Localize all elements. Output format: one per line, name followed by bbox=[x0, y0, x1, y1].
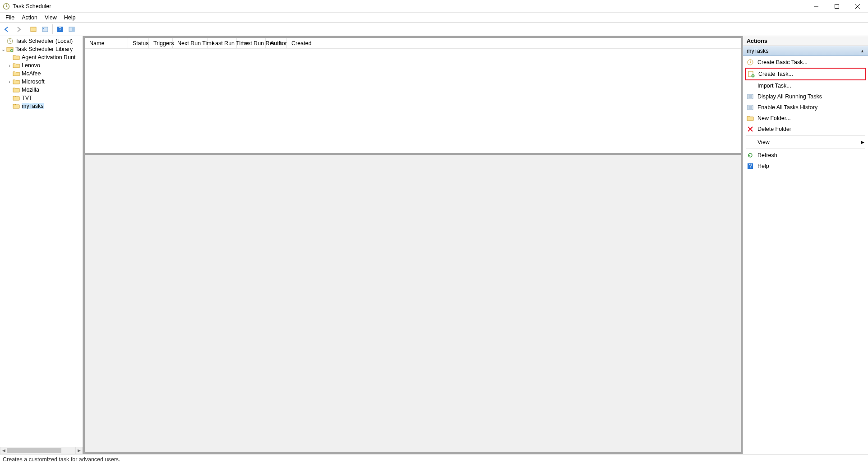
toolbar: ? bbox=[0, 23, 868, 36]
svg-rect-1 bbox=[835, 4, 839, 8]
tree-item-mozilla[interactable]: Mozilla bbox=[0, 86, 83, 94]
list-icon bbox=[747, 93, 754, 100]
folder-icon bbox=[13, 102, 20, 110]
window-title: Task Scheduler bbox=[13, 3, 51, 9]
action-label: Delete Folder bbox=[757, 126, 791, 132]
list-icon bbox=[747, 104, 754, 111]
svg-point-4 bbox=[43, 28, 44, 29]
chevron-right-icon[interactable]: › bbox=[6, 79, 13, 84]
task-scheduler-icon bbox=[3, 3, 10, 10]
chevron-down-icon[interactable]: ⌄ bbox=[0, 46, 6, 52]
task-list-panel: NameStatusTriggersNext Run TimeLast Run … bbox=[85, 38, 741, 153]
action-enable-history[interactable]: Enable All Tasks History bbox=[745, 102, 866, 113]
svg-rect-2 bbox=[31, 27, 36, 32]
folder-icon bbox=[13, 62, 20, 69]
blank-icon bbox=[747, 139, 754, 146]
column-status[interactable]: Status bbox=[128, 38, 149, 48]
column-created[interactable]: Created bbox=[287, 38, 436, 48]
status-bar: Creates a customized task for advanced u… bbox=[0, 454, 868, 464]
menu-action[interactable]: Action bbox=[18, 14, 41, 22]
tree-library[interactable]: ⌄ Task Scheduler Library bbox=[0, 45, 83, 53]
maximize-button[interactable] bbox=[826, 0, 847, 13]
column-name[interactable]: Name bbox=[85, 38, 128, 48]
svg-text:?: ? bbox=[59, 26, 62, 32]
close-button[interactable] bbox=[847, 0, 868, 13]
menu-view[interactable]: View bbox=[41, 14, 60, 22]
tree-root[interactable]: Task Scheduler (Local) bbox=[0, 37, 83, 45]
column-next-run-time[interactable]: Next Run Time bbox=[173, 38, 208, 48]
actions-context-header[interactable]: myTasks ▲ bbox=[743, 46, 868, 56]
task-detail-panel bbox=[85, 155, 741, 452]
actions-pane: Actions myTasks ▲ Create Basic Task...Cr… bbox=[743, 36, 868, 454]
collapse-up-icon[interactable]: ▲ bbox=[860, 49, 864, 53]
clock-icon bbox=[6, 37, 14, 45]
tb-run[interactable] bbox=[40, 24, 51, 35]
column-triggers[interactable]: Triggers bbox=[149, 38, 173, 48]
submenu-arrow-icon: ▶ bbox=[861, 140, 864, 144]
folder-icon bbox=[13, 70, 20, 77]
tree-item-tvt[interactable]: TVT bbox=[0, 94, 83, 102]
action-refresh[interactable]: Refresh bbox=[745, 150, 866, 161]
folder-icon bbox=[747, 115, 754, 122]
action-view[interactable]: View▶ bbox=[745, 137, 866, 148]
tree-item-mcafee[interactable]: McAfee bbox=[0, 70, 83, 78]
tree-pane: Task Scheduler (Local) ⌄ Task Scheduler … bbox=[0, 36, 83, 454]
action-label: Refresh bbox=[757, 152, 777, 158]
tree-item-label: McAfee bbox=[22, 70, 41, 77]
library-icon bbox=[6, 46, 14, 53]
tree-item-label: TVT bbox=[22, 95, 32, 101]
tree-item-lenovo[interactable]: ›Lenovo bbox=[0, 61, 83, 70]
action-label: Help bbox=[757, 163, 769, 169]
back-button[interactable] bbox=[1, 24, 12, 35]
scroll-left-arrow[interactable]: ◀ bbox=[0, 447, 7, 454]
tb-properties[interactable] bbox=[28, 24, 39, 35]
folder-icon bbox=[13, 54, 20, 61]
tb-help[interactable]: ? bbox=[55, 24, 65, 35]
tree-item-label: Mozilla bbox=[22, 87, 39, 93]
folder-icon bbox=[13, 78, 20, 85]
tree-item-microsoft[interactable]: ›Microsoft bbox=[0, 78, 83, 86]
separator bbox=[746, 135, 865, 136]
action-label: Display All Running Tasks bbox=[757, 93, 822, 100]
action-create-basic[interactable]: Create Basic Task... bbox=[745, 57, 866, 68]
column-author[interactable]: Author bbox=[266, 38, 287, 48]
clock-icon bbox=[747, 59, 754, 66]
menu-help[interactable]: Help bbox=[60, 14, 79, 22]
action-new-folder[interactable]: New Folder... bbox=[745, 113, 866, 124]
action-label: New Folder... bbox=[757, 115, 791, 121]
menubar: File Action View Help bbox=[0, 13, 868, 23]
tree-item-label: myTasks bbox=[22, 103, 44, 109]
action-label: Create Task... bbox=[758, 71, 793, 77]
action-delete-folder[interactable]: Delete Folder bbox=[745, 124, 866, 135]
delete-icon bbox=[747, 125, 754, 133]
action-create-task[interactable]: Create Task... bbox=[745, 68, 866, 80]
tree-item-mytasks[interactable]: myTasks bbox=[0, 102, 83, 110]
action-import-task[interactable]: Import Task... bbox=[745, 80, 866, 91]
menu-file[interactable]: File bbox=[2, 14, 18, 22]
scroll-right-arrow[interactable]: ▶ bbox=[75, 447, 83, 454]
chevron-right-icon[interactable]: › bbox=[6, 63, 13, 68]
tree-item-agent-activation-runt[interactable]: Agent Activation Runt bbox=[0, 53, 83, 61]
refresh-icon bbox=[747, 152, 754, 159]
folder-icon bbox=[13, 86, 20, 93]
title-bar: Task Scheduler bbox=[0, 0, 868, 13]
svg-rect-3 bbox=[42, 27, 48, 32]
action-label: Enable All Tasks History bbox=[757, 104, 817, 111]
tree-item-label: Microsoft bbox=[22, 79, 45, 85]
column-last-run-result[interactable]: Last Run Result bbox=[237, 38, 266, 48]
help-icon: ? bbox=[747, 162, 754, 170]
center-pane: NameStatusTriggersNext Run TimeLast Run … bbox=[83, 36, 743, 454]
forward-button[interactable] bbox=[13, 24, 24, 35]
action-label: Import Task... bbox=[757, 83, 791, 89]
tb-showhide[interactable] bbox=[66, 24, 77, 35]
status-text: Creates a customized task for advanced u… bbox=[3, 456, 120, 463]
scroll-thumb[interactable] bbox=[7, 448, 61, 453]
action-display-running[interactable]: Display All Running Tasks bbox=[745, 91, 866, 102]
actions-context-label: myTasks bbox=[747, 48, 769, 54]
minimize-button[interactable] bbox=[806, 0, 826, 13]
task-list-body[interactable] bbox=[85, 49, 741, 153]
column-last-run-time[interactable]: Last Run Time bbox=[208, 38, 237, 48]
action-help[interactable]: ?Help bbox=[745, 161, 866, 172]
tree-horizontal-scrollbar[interactable]: ◀ ▶ bbox=[0, 447, 83, 454]
svg-text:?: ? bbox=[749, 163, 752, 169]
